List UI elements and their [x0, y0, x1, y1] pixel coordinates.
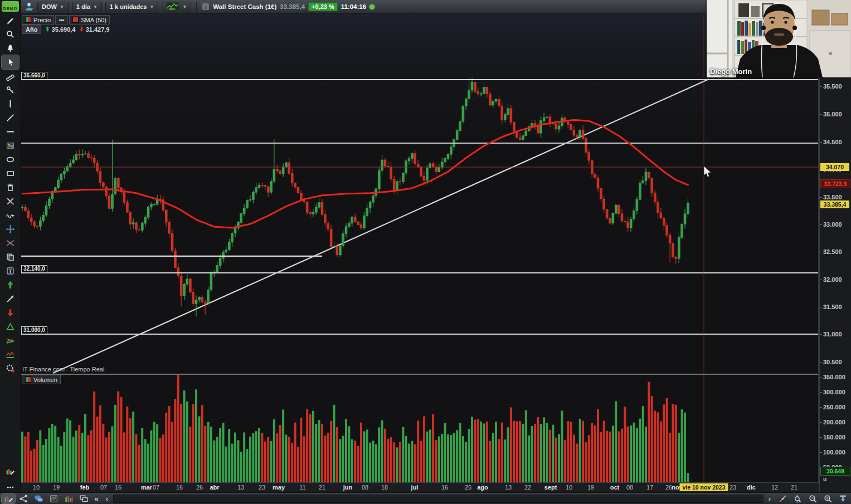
chart-pencil-icon[interactable]: [2, 494, 15, 503]
time-axis-tick: oct: [610, 484, 620, 491]
time-axis[interactable]: 1019feb0716mar071626abr1323may1121jun081…: [21, 482, 819, 493]
price-volume-chart[interactable]: [21, 14, 819, 482]
chart-columns-icon[interactable]: [62, 494, 75, 503]
vertical-line-icon[interactable]: [2, 97, 19, 111]
volume-legend-row: Volumen: [22, 375, 61, 384]
units-select[interactable]: 1 k unidades▼: [105, 2, 159, 12]
chart-type-select[interactable]: 3x3C ▼: [162, 2, 191, 12]
cursor-price-label: 34.070: [820, 163, 849, 171]
price-level-label[interactable]: 35.660,0: [21, 72, 47, 80]
price-axis-tick: 30.500: [823, 359, 842, 365]
price-level-label[interactable]: 32.140,0: [21, 265, 47, 273]
zigzag-icon[interactable]: [2, 348, 19, 361]
pattern-icon[interactable]: [2, 334, 19, 348]
time-axis-tick: abr: [210, 484, 219, 491]
connection-status-dot: [369, 4, 375, 9]
symbol-select[interactable]: DOW▼: [37, 2, 69, 12]
rectangle-icon[interactable]: [2, 167, 19, 180]
cursor-icon[interactable]: [2, 55, 19, 69]
year-low-value: 31.427,9: [86, 26, 110, 33]
chat-icon[interactable]: [32, 494, 45, 503]
tools-icon[interactable]: [2, 194, 19, 208]
color-wheel-icon[interactable]: [2, 361, 19, 375]
price-series-label: Precio: [33, 17, 51, 23]
zoom-out-icon[interactable]: [806, 494, 819, 503]
ruler-icon[interactable]: [2, 69, 19, 83]
period-badge[interactable]: Año: [22, 25, 41, 34]
account-icon[interactable]: [24, 2, 34, 12]
time-axis-tick: jul: [411, 484, 419, 491]
time-axis-tick: 08: [626, 484, 633, 491]
provider-watermark: IT-Finance.com - Tiempo Real: [22, 366, 104, 373]
time-axis-tick: 22: [524, 484, 531, 491]
trendline[interactable]: [53, 79, 709, 373]
instrument-last-price: 33.385,4: [280, 3, 305, 10]
trash-icon[interactable]: [2, 180, 19, 194]
price-series-legend[interactable]: Precio: [22, 15, 54, 25]
time-axis-tick: 16: [115, 484, 121, 491]
link-tool-icon[interactable]: [776, 494, 789, 503]
zoom-vertical-icon[interactable]: [791, 494, 804, 503]
key-icon[interactable]: [2, 83, 19, 97]
time-axis-tick: 12: [771, 484, 778, 491]
text-icon[interactable]: T: [2, 264, 19, 278]
price-axis-tick: 31.500: [823, 304, 842, 310]
price-axis-tick: 33.500: [823, 194, 842, 200]
price-axis-tick: 350.000: [823, 374, 845, 380]
diagonal-line-icon[interactable]: [2, 111, 19, 125]
bell-icon[interactable]: [2, 41, 19, 55]
zoom-icon[interactable]: [2, 27, 19, 41]
bottom-toolbar-left: [2, 494, 90, 503]
collapse-icon[interactable]: [836, 494, 849, 503]
price-axis-tick: 100.000: [823, 449, 845, 456]
price-axis-tick: 33.000: [823, 221, 842, 228]
share-icon[interactable]: [17, 494, 30, 503]
time-axis-tick: 25: [465, 484, 471, 491]
time-axis-tick: 21: [791, 484, 797, 491]
pencil-icon[interactable]: [2, 13, 19, 27]
chart-doc-icon[interactable]: [47, 494, 60, 503]
arrow-up-icon[interactable]: [2, 278, 19, 292]
image-icon[interactable]: [2, 139, 19, 153]
sma-line[interactable]: [22, 120, 688, 228]
price-level-label[interactable]: 31.000,0: [21, 326, 47, 334]
chart-scrollbar[interactable]: [113, 495, 764, 503]
time-axis-tick: 19: [53, 484, 60, 491]
sma-series-label: SMA (50): [81, 17, 106, 23]
price-axis-tick: 34.500: [823, 139, 842, 145]
cross-lines-icon[interactable]: [2, 236, 19, 250]
scroll-left-button[interactable]: ‹: [103, 495, 111, 503]
sma-swatch-icon: [72, 17, 79, 23]
svg-text:T: T: [9, 268, 12, 274]
chart-panel[interactable]: Precio ≔ SMA (50) Año ⬆ 35.690,4 ⬇ 31.42…: [21, 14, 819, 482]
chart-edit-icon[interactable]: [2, 464, 19, 478]
candle-swatch-icon: [25, 17, 31, 23]
toolbar-divider: [196, 2, 197, 12]
move-icon[interactable]: [2, 222, 19, 236]
duplicate-icon[interactable]: [2, 250, 19, 264]
zoom-in-icon[interactable]: [821, 494, 834, 503]
sma-series-legend[interactable]: SMA (50): [69, 15, 110, 25]
timeframe-label: 1 día: [76, 3, 90, 10]
price-axis[interactable]: 35.50035.00034.50034.00033.50033.00032.5…: [819, 14, 851, 492]
mouse-cursor: [704, 166, 711, 177]
time-axis-tick: 26: [196, 484, 203, 491]
ellipse-icon[interactable]: [2, 153, 19, 167]
scroll-right-button[interactable]: ›: [765, 495, 774, 503]
more-icon[interactable]: [2, 478, 19, 492]
triangle-icon[interactable]: [2, 320, 19, 334]
arrow-ne-icon[interactable]: [2, 292, 19, 306]
year-low: ⬇ 31.427,9: [79, 25, 109, 34]
storage-box: [831, 13, 848, 25]
year-high: ⬆ 35.690,4: [45, 25, 75, 34]
freehand-icon[interactable]: [2, 208, 19, 222]
screens-icon[interactable]: [77, 494, 90, 503]
info-icon[interactable]: i: [202, 3, 210, 11]
price-axis-tick: 200.000: [823, 419, 845, 425]
volume-series-legend[interactable]: Volumen: [22, 375, 61, 384]
series-options-icon[interactable]: ≔: [55, 15, 68, 25]
scroll-far-left-button[interactable]: «: [92, 495, 101, 503]
arrow-down-icon[interactable]: [2, 306, 19, 320]
timeframe-select[interactable]: 1 día▼: [72, 2, 102, 12]
horizontal-line-icon[interactable]: [2, 125, 19, 139]
